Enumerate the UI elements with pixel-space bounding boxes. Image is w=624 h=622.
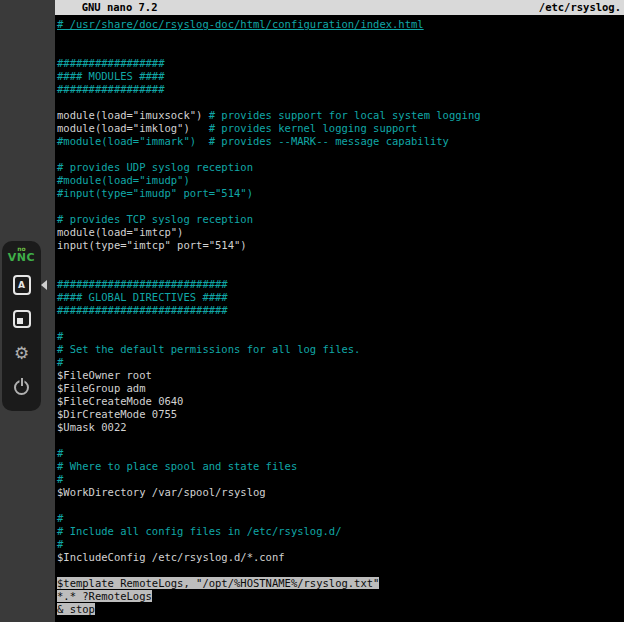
editor-line: module(load="imklog") # provides kernel … bbox=[57, 122, 624, 135]
comment-text: # bbox=[57, 473, 63, 485]
editor-line bbox=[57, 434, 624, 447]
editor-line: ########################### bbox=[57, 278, 624, 291]
editor-line: # /usr/share/doc/rsyslog-doc/html/config… bbox=[57, 18, 624, 31]
editor-line bbox=[57, 96, 624, 109]
editor-line bbox=[57, 148, 624, 161]
editor-line: # Where to place spool and state files bbox=[57, 460, 624, 473]
comment-text: #### MODULES #### bbox=[57, 70, 164, 82]
code-text: $WorkDirectory /var/spool/rsyslog bbox=[57, 486, 266, 498]
comment-text: # Set the default permissions for all lo… bbox=[57, 343, 360, 355]
code-text: & stop bbox=[57, 603, 95, 615]
editor-line: $DirCreateMode 0755 bbox=[57, 408, 624, 421]
editor-line: $FileCreateMode 0640 bbox=[57, 395, 624, 408]
editor-line: # bbox=[57, 512, 624, 525]
comment-text: #module(load="immark") # provides --MARK… bbox=[57, 135, 449, 147]
code-text: $FileOwner root bbox=[57, 369, 152, 381]
editor-line: # bbox=[57, 356, 624, 369]
comment-text: # Include all config files in /etc/rsysl… bbox=[57, 525, 341, 537]
editor-line: # provides TCP syslog reception bbox=[57, 213, 624, 226]
clipboard-icon: A bbox=[13, 275, 31, 295]
code-text: module(load="imtcp") bbox=[57, 226, 183, 238]
editor-line: # Include all config files in /etc/rsysl… bbox=[57, 525, 624, 538]
editor-line bbox=[57, 499, 624, 512]
editor-line bbox=[57, 200, 624, 213]
editor-line bbox=[57, 317, 624, 330]
clipboard-button[interactable]: A bbox=[9, 272, 35, 298]
comment-text: # bbox=[57, 512, 63, 524]
code-text: $template RemoteLogs, "/opt/%HOSTNAME%/r… bbox=[57, 577, 379, 589]
comment-text: # bbox=[57, 330, 63, 342]
editor-line: # provides UDP syslog reception bbox=[57, 161, 624, 174]
editor-line: #module(load="imudp") bbox=[57, 174, 624, 187]
power-icon bbox=[14, 380, 29, 395]
comment-text: # bbox=[57, 538, 63, 550]
novnc-logo-text: VNC bbox=[8, 252, 35, 263]
code-text: $Umask 0022 bbox=[57, 421, 127, 433]
editor-line: $Umask 0022 bbox=[57, 421, 624, 434]
comment-text: #module(load="imudp") bbox=[57, 174, 190, 186]
comment-text: ################# bbox=[57, 57, 164, 69]
editor-line: # bbox=[57, 330, 624, 343]
code-text: module(load="imklog") bbox=[57, 122, 209, 134]
nano-version: GNU nano 7.2 bbox=[69, 0, 158, 15]
fullscreen-button[interactable] bbox=[9, 306, 35, 332]
comment-text: # bbox=[57, 356, 63, 368]
novnc-logo: no VNC bbox=[8, 246, 35, 263]
editor-line: #### MODULES #### bbox=[57, 70, 624, 83]
comment-text: ########################### bbox=[57, 304, 228, 316]
comment-text: ################# bbox=[57, 83, 164, 95]
gear-icon: ⚙ bbox=[14, 345, 29, 362]
editor-line: $IncludeConfig /etc/rsyslog.d/*.conf bbox=[57, 551, 624, 564]
control-bar-handle-icon[interactable] bbox=[41, 280, 47, 290]
editor-line: #module(load="immark") # provides --MARK… bbox=[57, 135, 624, 148]
comment-text: # /usr/share/doc/rsyslog-doc/html/config… bbox=[57, 18, 424, 30]
code-text: $IncludeConfig /etc/rsyslog.d/*.conf bbox=[57, 551, 285, 563]
editor-line bbox=[57, 265, 624, 278]
editor-line: $FileOwner root bbox=[57, 369, 624, 382]
settings-button[interactable]: ⚙ bbox=[9, 340, 35, 366]
nano-titlebar: GNU nano 7.2 /etc/rsyslog. bbox=[55, 0, 624, 15]
nano-filename: /etc/rsyslog. bbox=[539, 0, 621, 15]
novnc-control-bar: no VNC A ⚙ bbox=[2, 241, 41, 411]
comment-text: # provides support for local system logg… bbox=[209, 109, 481, 121]
comment-text: # Where to place spool and state files bbox=[57, 460, 297, 472]
power-button[interactable] bbox=[9, 374, 35, 400]
code-text: $FileGroup adm bbox=[57, 382, 146, 394]
editor-line: input(type="imtcp" port="514") bbox=[57, 239, 624, 252]
editor-line: ########################### bbox=[57, 304, 624, 317]
editor-line: $template RemoteLogs, "/opt/%HOSTNAME%/r… bbox=[57, 577, 624, 590]
code-text: input(type="imtcp" port="514") bbox=[57, 239, 247, 251]
vnc-terminal-screen[interactable]: GNU nano 7.2 /etc/rsyslog. # /usr/share/… bbox=[55, 0, 624, 622]
comment-text: # provides TCP syslog reception bbox=[57, 213, 253, 225]
comment-text: #input(type="imudp" port="514") bbox=[57, 187, 253, 199]
editor-line: # Set the default permissions for all lo… bbox=[57, 343, 624, 356]
editor-line bbox=[57, 44, 624, 57]
editor-line bbox=[57, 252, 624, 265]
editor-line bbox=[57, 564, 624, 577]
fullscreen-icon bbox=[13, 310, 31, 328]
editor-line: & stop bbox=[57, 603, 624, 616]
editor-line: $WorkDirectory /var/spool/rsyslog bbox=[57, 486, 624, 499]
comment-text: # bbox=[57, 447, 63, 459]
editor-line: *.* ?RemoteLogs bbox=[57, 590, 624, 603]
editor-line: # bbox=[57, 473, 624, 486]
code-text: *.* ?RemoteLogs bbox=[57, 590, 152, 602]
editor-line: ################# bbox=[57, 57, 624, 70]
editor-line bbox=[57, 31, 624, 44]
editor-line: module(load="imuxsock") # provides suppo… bbox=[57, 109, 624, 122]
comment-text: # provides kernel logging support bbox=[209, 122, 418, 134]
code-text: module(load="imuxsock") bbox=[57, 109, 209, 121]
code-text: $FileCreateMode 0640 bbox=[57, 395, 183, 407]
editor-line: module(load="imtcp") bbox=[57, 226, 624, 239]
comment-text: #### GLOBAL DIRECTIVES #### bbox=[57, 291, 228, 303]
editor-line: # bbox=[57, 447, 624, 460]
editor-line: # bbox=[57, 538, 624, 551]
editor-line: ################# bbox=[57, 83, 624, 96]
code-text: $DirCreateMode 0755 bbox=[57, 408, 177, 420]
editor-line: $FileGroup adm bbox=[57, 382, 624, 395]
comment-text: # provides UDP syslog reception bbox=[57, 161, 253, 173]
comment-text: ########################### bbox=[57, 278, 228, 290]
editor-line: #### GLOBAL DIRECTIVES #### bbox=[57, 291, 624, 304]
editor-content: # /usr/share/doc/rsyslog-doc/html/config… bbox=[55, 15, 624, 616]
editor-line: #input(type="imudp" port="514") bbox=[57, 187, 624, 200]
